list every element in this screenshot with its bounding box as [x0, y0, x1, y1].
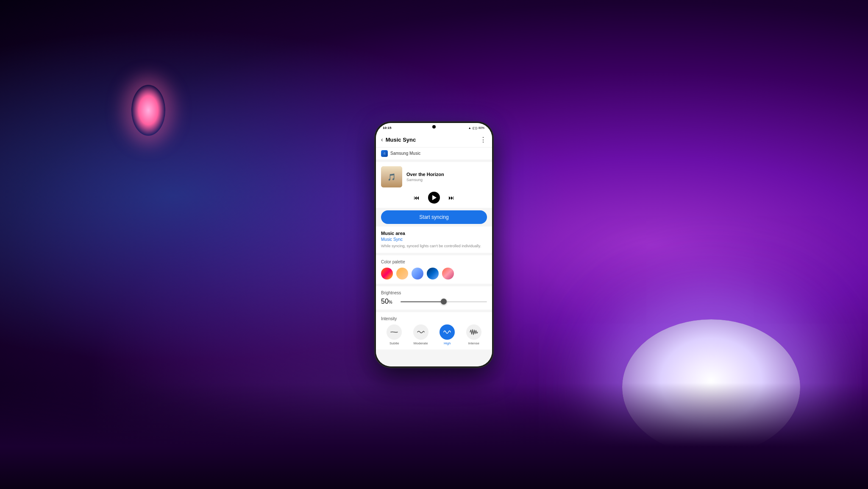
sync-button-wrapper: Start syncing — [376, 210, 492, 226]
music-source-bar[interactable]: ♫ Samsung Music — [376, 148, 492, 159]
battery-text: 80% — [479, 126, 484, 129]
song-title: Over the Horizon — [406, 172, 487, 177]
ambient-lamp-left — [131, 85, 165, 136]
album-artwork — [381, 166, 402, 187]
intensity-intense[interactable]: Intense — [461, 324, 487, 345]
moderate-wave-icon — [417, 329, 425, 335]
brightness-label: Brightness — [381, 291, 487, 295]
brightness-thumb[interactable] — [441, 299, 447, 305]
play-button[interactable] — [428, 192, 440, 204]
wifi-icon: ((·)) — [473, 126, 477, 129]
palette-ocean[interactable] — [427, 268, 439, 279]
content-area: ♫ Samsung Music Over the Horizon Samsung — [376, 148, 492, 366]
moderate-label: Moderate — [414, 341, 428, 345]
music-area-link[interactable]: Music Sync — [381, 237, 487, 242]
camera-hole — [432, 125, 436, 129]
intensity-section: Intensity Subtle — [376, 312, 492, 349]
subtle-icon-wrap — [387, 324, 402, 340]
menu-button[interactable]: ⋮ — [480, 136, 487, 144]
player-controls: ⏮ ⏭ — [381, 192, 487, 204]
brightness-unit: % — [389, 300, 392, 305]
status-time: 10:15 — [383, 126, 391, 130]
palette-sky[interactable] — [412, 268, 423, 279]
brightness-slider[interactable] — [401, 301, 487, 302]
color-palette-label: Color palette — [381, 260, 487, 264]
intense-wave-icon — [470, 329, 478, 335]
music-area-description: While syncing, synced lights can't be co… — [381, 243, 487, 249]
furniture-shadow — [0, 383, 868, 489]
palette-options — [381, 268, 487, 279]
song-info: Over the Horizon Samsung — [406, 172, 487, 182]
status-icons: ▲ ((·)) 80% — [468, 126, 484, 129]
palette-sunset[interactable] — [442, 268, 454, 279]
music-player: Over the Horizon Samsung — [381, 166, 487, 187]
intensity-subtle[interactable]: Subtle — [381, 324, 408, 345]
music-player-card: Over the Horizon Samsung ⏮ ⏭ — [376, 162, 492, 208]
header-left: ‹ Music Sync — [381, 136, 416, 143]
phone-screen: 10:15 ▲ ((·)) 80% ‹ Music Sync ⋮ — [376, 123, 492, 366]
subtle-wave-icon — [390, 329, 398, 335]
high-icon-wrap — [440, 324, 455, 340]
high-label: High — [444, 341, 451, 345]
app-header: ‹ Music Sync ⋮ — [376, 133, 492, 148]
music-icon-letter: ♫ — [383, 151, 386, 155]
song-artist: Samsung — [406, 178, 487, 182]
brightness-value: 50% — [381, 298, 396, 305]
intensity-label: Intensity — [381, 316, 487, 321]
music-source-name: Samsung Music — [390, 151, 420, 156]
subtle-label: Subtle — [389, 341, 399, 345]
intense-icon-wrap — [466, 324, 481, 340]
signal-icon: ▲ — [468, 126, 471, 129]
music-area-title: Music area — [381, 231, 487, 236]
phone-wrapper: 10:15 ▲ ((·)) 80% ‹ Music Sync ⋮ — [375, 122, 493, 368]
play-icon — [432, 195, 437, 200]
high-wave-icon — [443, 329, 451, 335]
color-palette-section: Color palette — [376, 255, 492, 284]
moderate-icon-wrap — [413, 324, 428, 340]
samsung-music-icon: ♫ — [381, 150, 388, 157]
page-title: Music Sync — [386, 137, 416, 143]
palette-peach[interactable] — [396, 268, 408, 279]
intensity-moderate[interactable]: Moderate — [408, 324, 434, 345]
brightness-section: Brightness 50% — [376, 286, 492, 310]
album-art — [381, 166, 402, 187]
brightness-row: 50% — [381, 298, 487, 305]
back-button[interactable]: ‹ — [381, 136, 383, 143]
intense-label: Intense — [468, 341, 479, 345]
palette-warm[interactable] — [381, 268, 393, 279]
start-syncing-button[interactable]: Start syncing — [381, 210, 487, 224]
music-area-card: Music area Music Sync While syncing, syn… — [376, 226, 492, 253]
brightness-number: 50 — [381, 298, 389, 305]
intensity-high[interactable]: High — [434, 324, 461, 345]
brightness-fill — [401, 301, 444, 302]
phone: 10:15 ▲ ((·)) 80% ‹ Music Sync ⋮ — [375, 122, 493, 368]
prev-button[interactable]: ⏮ — [414, 194, 420, 201]
intensity-options: Subtle Moderate — [381, 324, 487, 345]
next-button[interactable]: ⏭ — [448, 194, 454, 201]
